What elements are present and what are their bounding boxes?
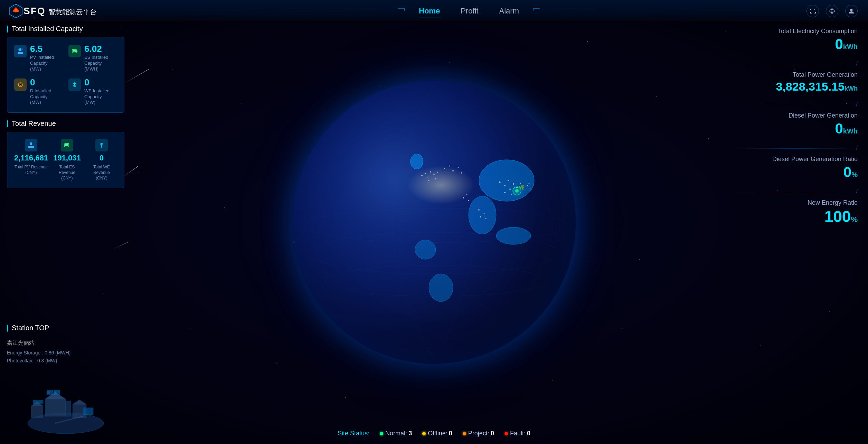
- svg-point-80: [520, 183, 521, 184]
- svg-point-4: [850, 9, 853, 11]
- svg-point-64: [437, 172, 438, 173]
- svg-point-77: [513, 183, 515, 185]
- revenue-wind-icon: [95, 139, 108, 151]
- normal-count: 3: [408, 430, 412, 437]
- solar-icon: [14, 45, 27, 57]
- svg-point-61: [430, 171, 431, 173]
- globe-button[interactable]: [826, 5, 838, 17]
- svg-point-18: [74, 84, 75, 85]
- svg-rect-20: [28, 146, 34, 148]
- svg-point-86: [485, 218, 487, 219]
- svg-rect-26: [45, 399, 66, 416]
- svg-point-44: [293, 81, 575, 363]
- pv-revenue-label: Total PV Revenue(CNY): [15, 165, 48, 175]
- diesel-capacity-label: D Installed Capacity(MW): [30, 88, 63, 106]
- svg-point-43: [54, 391, 57, 394]
- svg-text:🌿: 🌿: [519, 185, 525, 191]
- pv-capacity-label: PV Installed Capacity(MW): [30, 55, 63, 72]
- capacity-pv: 6.5 PV Installed Capacity(MW): [14, 44, 63, 72]
- svg-point-49: [496, 227, 531, 244]
- stat-new-energy: New Energy Ratio 100%: [733, 199, 858, 224]
- es-revenue-value: 191,031: [53, 154, 81, 163]
- svg-point-89: [529, 183, 530, 184]
- svg-point-59: [425, 173, 426, 174]
- header-icons: [806, 5, 868, 17]
- revenue-card: 2,116,681 Total PV Revenue(CNY) 191,031 …: [7, 132, 124, 188]
- svg-point-90: [294, 82, 574, 362]
- svg-point-56: [304, 208, 567, 243]
- header-deco-left: [131, 11, 405, 11]
- right-panel: Total Electricity Consumption 0kWh Total…: [733, 28, 858, 237]
- wind-revenue-label: Total WE Revenue(CNY): [86, 165, 117, 181]
- offline-count: 0: [449, 430, 452, 437]
- capacity-wind: 0 WE Installed Capacity(MW): [68, 78, 117, 106]
- divider-1: [733, 64, 858, 64]
- svg-point-42: [47, 391, 50, 394]
- header-deco-right: [533, 11, 806, 11]
- capacity-es: 6.02 ES Installed Capacity(MWH): [68, 44, 117, 72]
- svg-point-72: [468, 200, 469, 201]
- svg-point-53: [515, 189, 519, 193]
- stat-total-power: Total Power Generation 3,828,315.15kWh: [733, 71, 858, 92]
- svg-point-68: [452, 170, 454, 172]
- svg-point-79: [516, 187, 518, 188]
- battery-icon: [68, 45, 81, 57]
- status-normal: Normal: 3: [380, 430, 412, 437]
- station-info: 嘉江光储站 Energy Storage : 0.86 (MWH) Photov…: [7, 336, 124, 368]
- globe-map-overlay: 🌿: [292, 80, 576, 364]
- nav-tab-profit[interactable]: Profit: [461, 4, 478, 18]
- svg-point-45: [399, 163, 482, 212]
- station-energy: Energy Storage : 0.86 (MWH): [7, 349, 124, 357]
- svg-rect-29: [31, 406, 43, 418]
- wind-capacity-value: 0: [84, 78, 117, 87]
- svg-rect-11: [76, 50, 77, 52]
- fault-count: 0: [527, 430, 530, 437]
- svg-point-50: [415, 240, 436, 259]
- new-energy-label: New Energy Ratio: [733, 199, 858, 206]
- svg-point-74: [499, 182, 501, 183]
- status-bar-label: Site Status:: [338, 430, 369, 437]
- capacity-grid: 6.5 PV Installed Capacity(MW): [14, 44, 117, 105]
- svg-point-82: [511, 194, 512, 195]
- svg-line-9: [22, 49, 23, 49]
- svg-point-46: [411, 154, 423, 169]
- nav-tab-alarm[interactable]: Alarm: [499, 4, 519, 18]
- revenue-wind: 0 Total WE Revenue(CNY): [86, 139, 117, 181]
- diesel-ratio-label: Diesel Power Generation Ratio: [733, 156, 858, 163]
- svg-marker-32: [73, 400, 86, 404]
- svg-point-69: [458, 167, 459, 168]
- project-count: 0: [491, 430, 494, 437]
- es-revenue-label: Total ES Revenue(CNY): [51, 165, 83, 181]
- station-title: Station TOP: [7, 324, 124, 332]
- svg-point-47: [479, 160, 534, 201]
- svg-point-75: [504, 185, 506, 186]
- revenue-battery-icon: [61, 139, 73, 151]
- station-section: Station TOP 嘉江光储站 Energy Storage : 0.86 …: [7, 324, 124, 437]
- svg-point-85: [480, 216, 481, 218]
- svg-rect-6: [18, 52, 23, 54]
- capacity-diesel: 0 D Installed Capacity(MW): [14, 78, 63, 106]
- diesel-icon: [14, 78, 27, 91]
- svg-point-88: [530, 188, 531, 189]
- svg-point-70: [461, 172, 462, 174]
- fault-dot: [504, 432, 508, 435]
- revenue-es: 191,031 Total ES Revenue(CNY): [51, 139, 83, 181]
- svg-rect-28: [66, 401, 71, 416]
- svg-point-65: [435, 178, 436, 179]
- header: SFQ 智慧能源云平台 Home Profit Alarm: [0, 0, 868, 22]
- sfq-logo-icon: [8, 3, 23, 19]
- status-bar: Site Status: Normal: 3 Offline: 0 Projec…: [338, 430, 530, 437]
- new-energy-value: 100%: [733, 209, 858, 224]
- project-dot: [463, 432, 466, 435]
- svg-rect-22: [65, 144, 68, 146]
- svg-rect-5: [19, 48, 21, 51]
- svg-point-67: [449, 166, 450, 167]
- user-button[interactable]: [845, 5, 858, 17]
- status-project: Project: 0: [463, 430, 494, 437]
- svg-point-76: [508, 180, 509, 181]
- fullscreen-button[interactable]: [806, 5, 819, 17]
- svg-point-73: [466, 194, 468, 195]
- revenue-title: Total Revenue: [7, 120, 124, 128]
- nav-tab-home[interactable]: Home: [419, 4, 440, 18]
- svg-rect-36: [38, 400, 43, 404]
